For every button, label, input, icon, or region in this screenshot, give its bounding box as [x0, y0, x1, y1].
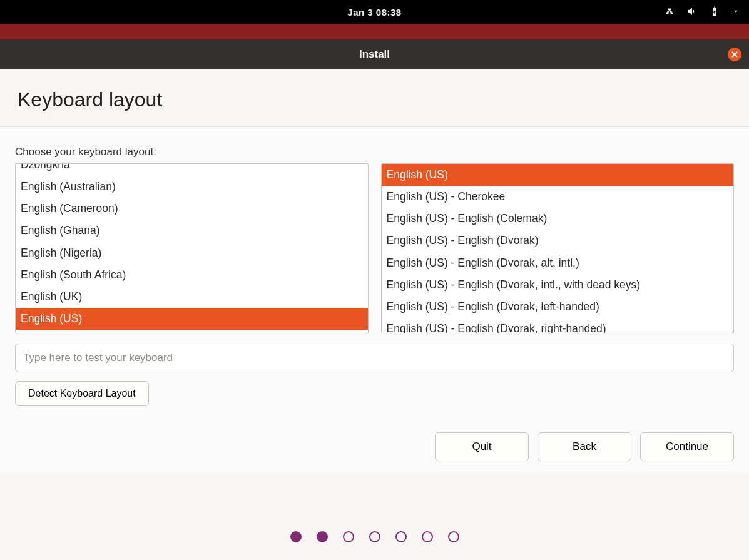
list-item[interactable]: English (US) - English (Dvorak, left-han…: [382, 296, 734, 318]
list-item[interactable]: English (US): [382, 164, 734, 186]
list-item[interactable]: English (UK): [16, 286, 368, 308]
list-item[interactable]: English (US) - English (Dvorak, alt. int…: [382, 252, 734, 274]
list-item[interactable]: English (Nigeria): [16, 242, 368, 264]
list-item[interactable]: English (US) - Cherokee: [382, 186, 734, 208]
list-item[interactable]: English (US) - English (Dvorak, intl., w…: [382, 274, 734, 296]
battery-icon[interactable]: [709, 6, 720, 19]
list-item[interactable]: English (South Africa): [16, 264, 368, 286]
language-listbox[interactable]: DzongkhaEnglish (Australian)English (Cam…: [15, 163, 369, 333]
chevron-down-icon[interactable]: [731, 7, 740, 18]
window-title: Install: [359, 48, 390, 61]
progress-dot: [395, 531, 407, 542]
network-icon[interactable]: [664, 6, 675, 19]
continue-button[interactable]: Continue: [640, 432, 734, 461]
installer-content: Keyboard layout Choose your keyboard lay…: [0, 69, 749, 474]
progress-dot: [448, 531, 459, 542]
list-item[interactable]: English (Ghana): [16, 220, 368, 242]
accent-strip: [0, 24, 749, 39]
detect-layout-button[interactable]: Detect Keyboard Layout: [15, 381, 149, 406]
variant-listbox[interactable]: English (US)English (US) - CherokeeEngli…: [381, 163, 735, 333]
desktop-topbar: Jan 3 08:38: [0, 0, 749, 24]
back-button[interactable]: Back: [538, 432, 631, 461]
page-title: Keyboard layout: [0, 69, 749, 127]
list-item[interactable]: Dzongkha: [16, 163, 368, 176]
list-item[interactable]: English (US) - English (Colemak): [382, 208, 734, 230]
system-tray[interactable]: [664, 6, 740, 19]
list-item[interactable]: English (US) - English (Dvorak): [382, 230, 734, 252]
choose-layout-label: Choose your keyboard layout:: [15, 146, 734, 158]
volume-icon[interactable]: [686, 6, 698, 19]
keyboard-test-input[interactable]: [15, 344, 734, 372]
clock-label[interactable]: Jan 3 08:38: [347, 7, 401, 18]
progress-dot: [369, 531, 380, 542]
page-body: Choose your keyboard layout: DzongkhaEng…: [0, 127, 749, 474]
list-item[interactable]: English (Cameroon): [16, 198, 368, 220]
close-button[interactable]: [728, 48, 741, 61]
progress-indicator: [0, 531, 749, 542]
list-item[interactable]: English (Australian): [16, 176, 368, 198]
nav-button-row: Quit Back Continue: [15, 432, 734, 461]
progress-dot: [343, 531, 354, 542]
window-titlebar: Install: [0, 39, 749, 69]
list-item[interactable]: Esperanto: [16, 330, 368, 333]
quit-button[interactable]: Quit: [435, 432, 529, 461]
progress-dot: [422, 531, 433, 542]
list-item[interactable]: English (US): [16, 308, 368, 330]
progress-dot: [290, 531, 302, 542]
keyboard-layout-lists: DzongkhaEnglish (Australian)English (Cam…: [15, 163, 734, 333]
list-item[interactable]: English (US) - English (Dvorak, right-ha…: [382, 318, 734, 333]
progress-dot: [317, 531, 328, 542]
